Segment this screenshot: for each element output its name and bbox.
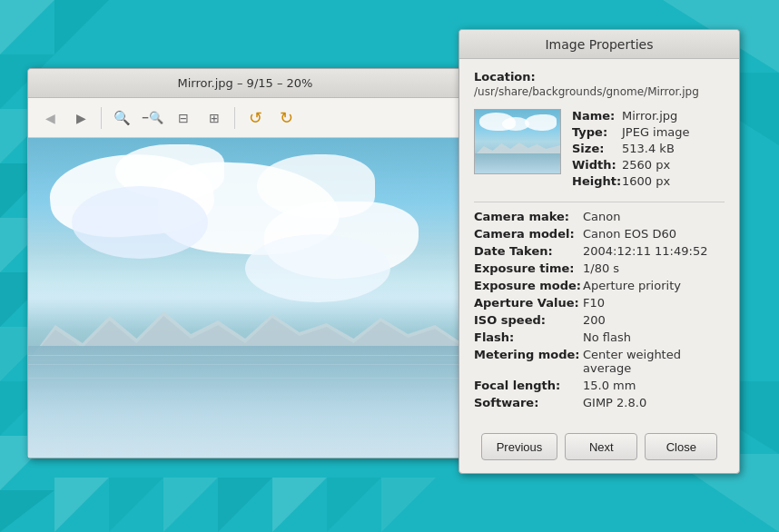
toolbar-sep-2 — [234, 107, 235, 129]
dialog-body: Location: /usr/share/backgrounds/gnome/M… — [459, 59, 739, 424]
dialog-footer: Previous Next Close — [459, 424, 739, 473]
zoom-in-icon: 🔍 — [113, 110, 131, 126]
flash-value: No flash — [583, 330, 631, 344]
fit-icon: ⊞ — [209, 111, 220, 125]
focal-row: Focal length: 15.0 mm — [474, 379, 725, 392]
camera-model-label: Camera model: — [474, 227, 583, 241]
zoom-out-button[interactable]: −🔍 — [138, 103, 167, 133]
camera-make-value: Canon — [583, 210, 620, 223]
flash-label: Flash: — [474, 330, 583, 344]
location-path: /usr/share/backgrounds/gnome/Mirror.jpg — [474, 85, 725, 98]
exposure-time-row: Exposure time: 1/80 s — [474, 261, 725, 275]
close-button[interactable]: Close — [645, 433, 717, 460]
aperture-label: Aperture Value: — [474, 296, 583, 310]
properties-dialog: Image Properties Location: /usr/share/ba… — [459, 29, 740, 474]
iso-row: ISO speed: 200 — [474, 313, 725, 327]
camera-model-value: Canon EOS D60 — [583, 227, 676, 241]
location-label: Location: — [474, 70, 725, 84]
svg-marker-16 — [109, 478, 163, 532]
file-name-row: Name: Mirror.jpg — [572, 109, 725, 123]
software-label: Software: — [474, 396, 583, 409]
zoom-out-icon: −🔍 — [142, 111, 163, 124]
svg-marker-19 — [272, 478, 327, 532]
thumb-sky — [475, 110, 560, 173]
height-label: Height: — [572, 174, 622, 188]
camera-make-label: Camera make: — [474, 210, 583, 223]
file-properties-table: Name: Mirror.jpg Type: JPEG image Size: … — [572, 109, 725, 191]
file-type-row: Type: JPEG image — [572, 125, 725, 139]
exif-table: Camera make: Canon Camera model: Canon E… — [474, 210, 725, 409]
rotate-right-button[interactable]: ↻ — [271, 103, 301, 133]
size-value: 513.4 kB — [622, 142, 675, 155]
name-value: Mirror.jpg — [622, 109, 677, 123]
zoom-in-button[interactable]: 🔍 — [107, 103, 136, 133]
actual-size-icon: ⊟ — [178, 111, 189, 125]
metering-label: Metering mode: — [474, 348, 583, 375]
focal-label: Focal length: — [474, 379, 583, 392]
flash-row: Flash: No flash — [474, 330, 725, 344]
camera-model-row: Camera model: Canon EOS D60 — [474, 227, 725, 241]
rotate-left-button[interactable]: ↺ — [241, 103, 270, 133]
viewer-title: Mirror.jpg – 9/15 – 20% — [178, 76, 313, 90]
svg-marker-20 — [327, 478, 381, 532]
camera-make-row: Camera make: Canon — [474, 210, 725, 223]
software-value: GIMP 2.8.0 — [583, 396, 646, 409]
water-layer — [28, 346, 462, 458]
fit-button[interactable]: ⊞ — [200, 103, 229, 133]
previous-button[interactable]: Previous — [481, 433, 558, 460]
dialog-titlebar: Image Properties — [459, 30, 739, 59]
exposure-mode-label: Exposure mode: — [474, 279, 583, 292]
next-image-button[interactable]: ▶ — [66, 103, 95, 133]
image-thumbnail — [474, 109, 561, 174]
height-value: 1600 px — [622, 174, 670, 188]
iso-value: 200 — [583, 313, 606, 327]
name-label: Name: — [572, 109, 622, 123]
file-size-row: Size: 513.4 kB — [572, 142, 725, 155]
water-line-3 — [28, 378, 462, 379]
width-value: 2560 px — [622, 158, 670, 172]
metering-value: Center weighted average — [583, 348, 725, 375]
cloud-6 — [257, 154, 375, 218]
svg-marker-21 — [381, 478, 436, 532]
prev-image-button[interactable]: ◀ — [35, 103, 64, 133]
date-taken-row: Date Taken: 2004:12:11 11:49:52 — [474, 244, 725, 258]
svg-marker-0 — [0, 0, 54, 54]
software-row: Software: GIMP 2.8.0 — [474, 396, 725, 409]
cloud-7 — [245, 234, 390, 302]
date-taken-value: 2004:12:11 11:49:52 — [583, 244, 707, 258]
type-value: JPEG image — [622, 125, 690, 139]
image-display — [28, 138, 462, 458]
rotate-left-icon: ↺ — [249, 108, 262, 128]
rotate-right-icon: ↻ — [280, 108, 293, 128]
size-label: Size: — [572, 142, 622, 155]
svg-marker-18 — [218, 478, 272, 532]
viewer-toolbar: ◀ ▶ 🔍 −🔍 ⊟ ⊞ ↺ ↻ — [28, 98, 462, 138]
aperture-row: Aperture Value: F10 — [474, 296, 725, 310]
thumb-water — [475, 153, 560, 173]
exposure-mode-row: Exposure mode: Aperture priority — [474, 279, 725, 292]
water-line-1 — [28, 355, 462, 356]
iso-label: ISO speed: — [474, 313, 583, 327]
exposure-time-value: 1/80 s — [583, 261, 619, 275]
aperture-value: F10 — [583, 296, 605, 310]
image-viewer-window: Mirror.jpg – 9/15 – 20% ◀ ▶ 🔍 −🔍 ⊟ ⊞ ↺ ↻ — [27, 68, 463, 458]
actual-size-button[interactable]: ⊟ — [169, 103, 198, 133]
svg-marker-17 — [163, 478, 218, 532]
next-button[interactable]: Next — [565, 433, 637, 460]
metering-row: Metering mode: Center weighted average — [474, 348, 725, 375]
width-label: Width: — [572, 158, 622, 172]
dialog-title: Image Properties — [545, 37, 653, 52]
thumb-cloud-3 — [525, 114, 557, 131]
cloud-4 — [72, 186, 208, 259]
next-arrow-icon: ▶ — [76, 111, 86, 125]
divider — [474, 202, 725, 202]
exposure-mode-value: Aperture priority — [583, 279, 681, 292]
date-taken-label: Date Taken: — [474, 244, 583, 258]
prev-arrow-icon: ◀ — [45, 111, 55, 125]
focal-value: 15.0 mm — [583, 379, 636, 392]
viewer-titlebar: Mirror.jpg – 9/15 – 20% — [28, 69, 462, 98]
image-info-row: Name: Mirror.jpg Type: JPEG image Size: … — [474, 109, 725, 191]
image-canvas — [28, 138, 462, 458]
file-height-row: Height: 1600 px — [572, 174, 725, 188]
toolbar-sep-1 — [101, 107, 102, 129]
